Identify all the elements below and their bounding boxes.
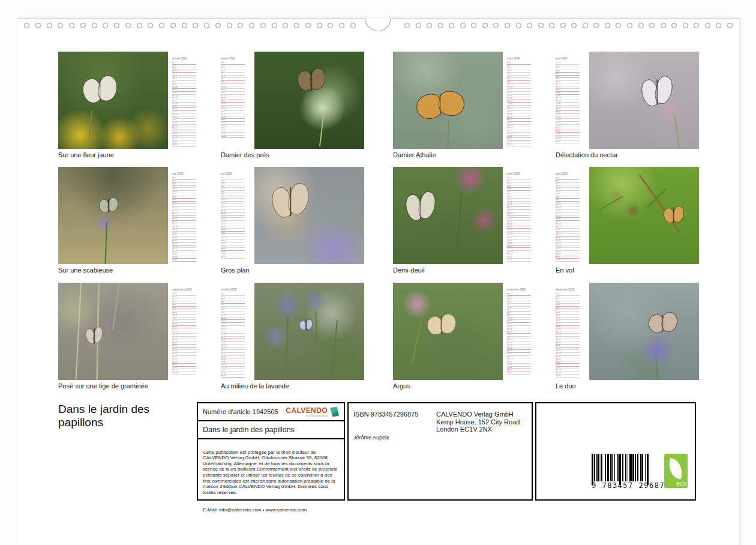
month-block: mars 2026di 1.lu 2.ma 3.me 4.je 5.ve 6.s…	[393, 52, 536, 162]
butterfly-body	[662, 315, 664, 333]
mini-calendar: novembre 2026di 1.lu 2.ma 3.me 4.je 5.ve…	[507, 288, 531, 379]
plant-stem	[655, 355, 658, 380]
mini-calendar-month-label: mai 2026	[172, 172, 196, 176]
month-block: février 2026di 1.lu 2.ma 3.me 4.je 5.ve …	[221, 52, 364, 162]
butterfly-body	[311, 71, 312, 91]
photo-thumbnail	[254, 283, 364, 380]
ean-barcode: 9 783457 296875	[592, 454, 650, 490]
spiral-hole	[249, 23, 254, 28]
photo-thumbnail	[393, 283, 503, 380]
mini-calendar: février 2026di 1.lu 2.ma 3.me 4.je 5.ve …	[221, 57, 245, 148]
mini-calendar-day-row: lu 30.	[507, 372, 531, 375]
spiral-hole	[125, 23, 131, 28]
spiral-hole	[339, 23, 344, 28]
butterfly-body	[290, 187, 292, 216]
butterfly-body	[420, 194, 421, 220]
spiral-hole	[114, 23, 119, 28]
barcode-box: 9 783457 296875 eco	[535, 402, 696, 501]
spiral-hole	[627, 23, 632, 28]
spiral-hole	[58, 23, 63, 28]
mini-calendar-day-row: sa 28.	[221, 136, 245, 139]
month-block: septembre 2026ma 1.me 2.je 3.ve 4.sa 5.d…	[58, 283, 202, 393]
butterfly-body	[305, 321, 307, 330]
spiral-hole	[727, 23, 733, 28]
photo-thumbnail	[589, 283, 699, 380]
butterfly-icon	[86, 327, 103, 346]
butterfly-body	[440, 94, 441, 116]
mini-calendar-month-label: décembre 2026	[556, 288, 580, 292]
photo-thumbnail	[58, 52, 168, 149]
spiral-hole	[305, 23, 311, 28]
butterfly-wing	[437, 90, 465, 118]
butterfly-icon	[298, 68, 325, 94]
spiral-hole	[560, 23, 566, 28]
spiral-hole	[482, 23, 488, 28]
spiral-hole	[683, 23, 688, 28]
spiral-hole	[671, 23, 677, 28]
photo-thumbnail	[393, 52, 503, 149]
spiral-hole	[416, 23, 421, 28]
spiral-hole	[694, 23, 699, 28]
plant-stem	[104, 222, 107, 264]
plant-stem	[447, 119, 449, 149]
mini-calendar-month-label: septembre 2026	[172, 288, 196, 292]
mini-calendar: août 2026sa 1.di 2.lu 3.ma 4.me 5.je 6.v…	[556, 172, 580, 263]
butterfly-body	[657, 79, 658, 105]
butterfly-body	[94, 328, 95, 343]
spiral-hole	[404, 23, 410, 28]
mini-calendar-day-row: ma 31.	[507, 143, 531, 146]
butterfly-icon	[406, 191, 435, 224]
spiral-hole	[170, 23, 176, 28]
spiral-hole	[69, 23, 74, 28]
spiral-hole	[571, 23, 577, 28]
spiral-hole	[549, 23, 554, 28]
spiral-hole	[505, 23, 510, 28]
mini-calendar-day-row: je 31.	[556, 375, 580, 378]
spiral-hole	[272, 23, 277, 28]
mini-calendar: septembre 2026ma 1.me 2.je 3.ve 4.sa 5.d…	[172, 288, 196, 379]
spiral-hole	[616, 23, 621, 28]
butterfly-icon	[272, 183, 308, 220]
isbn-publisher-box: ISBN 9783457296875 CALVENDO Verlag GmbH …	[347, 402, 533, 501]
photo-caption: Gros plan	[221, 266, 364, 274]
leaf-icon	[667, 458, 684, 480]
photo-thumbnail	[58, 167, 168, 264]
photo-caption: Argus	[393, 382, 536, 390]
article-number-label: Numéro d'article 1942505	[203, 408, 278, 415]
mini-calendar-day-row: je 30.	[556, 141, 580, 144]
spiral-hole	[593, 23, 599, 28]
month-block: octobre 2026je 1.ve 2.sa 3.di 4.lu 5.ma …	[221, 283, 364, 393]
mini-calendar-month-label: août 2026	[556, 172, 580, 176]
month-block: janvier 2026je 1.ve 2.sa 3.di 4.lu 5.ma …	[58, 52, 202, 162]
mini-calendar: décembre 2026ma 1.me 2.je 3.ve 4.sa 5.di…	[556, 288, 580, 379]
spiral-hole	[649, 23, 655, 28]
mini-calendar: mai 2026ve 1.sa 2.di 3.lu 4.ma 5.me 6.je…	[172, 172, 196, 263]
spiral-hole	[35, 23, 41, 28]
spiral-hole	[527, 23, 532, 28]
spiral-hole	[438, 23, 443, 28]
spiral-hole	[137, 23, 142, 28]
photo-caption: Délectation du nectar	[556, 151, 699, 158]
photo-caption: Posé sur une tige de graminée	[58, 382, 202, 390]
calvendo-logo: CALVENDO Dein Kalenderverlag	[286, 407, 339, 417]
plant-stem	[674, 114, 680, 148]
month-block: décembre 2026ma 1.me 2.je 3.ve 4.sa 5.di…	[556, 283, 699, 393]
plant-stem	[457, 194, 463, 261]
mini-calendar-day-row: sa 31.	[172, 143, 196, 146]
mini-calendar: juillet 2026me 1.je 2.ve 3.sa 4.di 5.lu …	[507, 172, 531, 263]
hanging-hole-cutout	[365, 18, 391, 31]
spiral-hole	[283, 23, 288, 28]
spiral-hole	[449, 23, 454, 28]
photo-thumbnail	[589, 52, 699, 149]
spiral-hole	[427, 23, 432, 28]
spiral-hole	[605, 23, 610, 28]
spiral-hole	[159, 23, 164, 28]
plant-stem	[315, 310, 319, 371]
month-block: mai 2026ve 1.sa 2.di 3.lu 4.ma 5.me 6.je…	[58, 167, 202, 277]
photo-caption: Sur une scabieuse	[58, 266, 202, 274]
mini-calendar-day-row: lu 31.	[556, 259, 580, 262]
mini-calendar: mars 2026di 1.lu 2.ma 3.me 4.je 5.ve 6.s…	[507, 57, 531, 148]
mini-calendar-day-row: me 30.	[172, 372, 196, 375]
spiral-hole	[638, 23, 644, 28]
spiral-hole	[92, 23, 97, 28]
